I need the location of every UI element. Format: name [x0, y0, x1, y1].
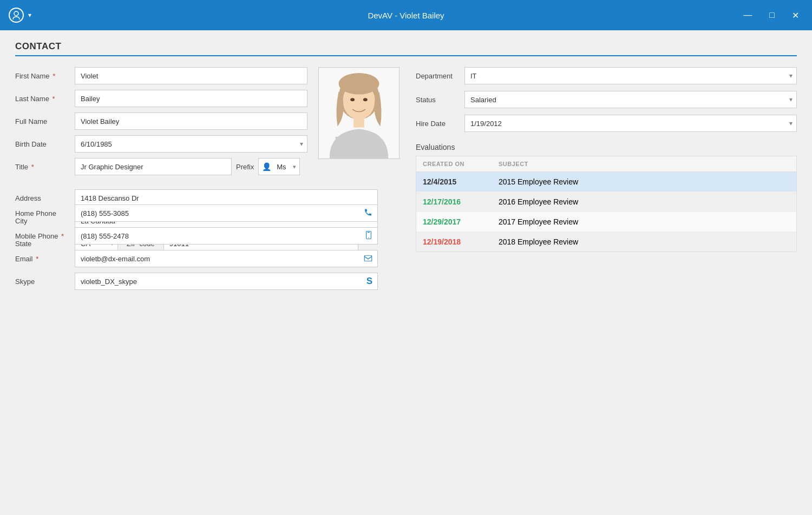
svg-point-0 [14, 11, 18, 16]
mobile-phone-label: Mobile Phone * [15, 232, 75, 240]
eval-table-header: CREATED ON SUBJECT [416, 156, 796, 172]
email-input-wrap [75, 250, 378, 267]
birth-date-row: Birth Date 6/10/1985 [15, 135, 307, 153]
name-photo-row: First Name * Last Name * Full Name [15, 67, 400, 181]
department-select[interactable]: IT HR Finance [464, 67, 797, 84]
home-phone-input[interactable] [75, 204, 378, 222]
birth-date-label: Birth Date [15, 140, 75, 148]
full-name-input[interactable] [75, 113, 307, 130]
eval-date-0: 12/4/2015 [423, 177, 499, 186]
skype-input-wrap: S [75, 273, 378, 290]
window-title: DevAV - Violet Bailey [368, 11, 444, 20]
evaluations-table: CREATED ON SUBJECT 12/4/2015 2015 Employ… [416, 156, 797, 252]
evaluations-section: Evaluations CREATED ON SUBJECT 12/4/2015… [416, 143, 797, 252]
svg-point-5 [339, 73, 379, 94]
hire-date-select-wrap: 1/19/2012 [464, 115, 797, 132]
address-section: Address City State CA NY [15, 189, 400, 197]
right-section: Department IT HR Finance Status Salaried… [416, 67, 797, 295]
person-icon: 👤 [259, 162, 274, 171]
mobile-phone-input[interactable] [75, 227, 378, 245]
eval-subject-0: 2015 Employee Review [499, 177, 790, 186]
eval-date-2: 12/29/2017 [423, 217, 499, 226]
department-row: Department IT HR Finance [416, 67, 797, 84]
name-fields: First Name * Last Name * Full Name [15, 67, 307, 181]
home-phone-input-wrap [75, 204, 378, 222]
eval-row-0[interactable]: 12/4/2015 2015 Employee Review [416, 172, 796, 192]
eval-subject-2: 2017 Employee Review [499, 217, 790, 226]
title-row: Title * Prefix 👤 Ms Mr Dr [15, 158, 307, 175]
skype-label: Skype [15, 278, 75, 286]
close-button[interactable]: ✕ [788, 8, 803, 23]
title-label: Title * [15, 163, 75, 171]
first-name-row: First Name * [15, 67, 307, 84]
minimize-button[interactable]: — [739, 8, 756, 23]
left-section: First Name * Last Name * Full Name [15, 67, 400, 295]
birth-date-select[interactable]: 6/10/1985 [75, 135, 307, 153]
form-area: First Name * Last Name * Full Name [15, 67, 797, 295]
email-label: Email * [15, 255, 75, 263]
evaluations-title: Evaluations [416, 143, 797, 151]
svg-point-6 [350, 98, 355, 101]
status-label: Status [416, 96, 464, 104]
eval-row-3[interactable]: 12/19/2018 2018 Employee Review [416, 232, 796, 252]
hire-date-label: Hire Date [416, 120, 464, 128]
last-name-input[interactable] [75, 90, 307, 107]
window-controls: — □ ✕ [739, 8, 803, 23]
home-phone-label: Home Phone [15, 209, 75, 217]
skype-row: Skype S [15, 273, 400, 290]
maximize-button[interactable]: □ [765, 8, 779, 23]
svg-point-7 [363, 98, 368, 101]
eval-row-1[interactable]: 12/17/2016 2016 Employee Review [416, 192, 796, 212]
city-label: City [15, 217, 75, 225]
title-input[interactable] [75, 158, 232, 175]
eval-date-1: 12/17/2016 [423, 197, 499, 206]
mobile-phone-input-wrap [75, 227, 378, 245]
status-select-wrap: Salaried Hourly Contract [464, 91, 797, 108]
state-label: State [15, 240, 75, 248]
eval-date-3: 12/19/2018 [423, 237, 499, 246]
hire-date-select[interactable]: 1/19/2012 [464, 115, 797, 132]
first-name-label: First Name * [15, 72, 75, 80]
department-select-wrap: IT HR Finance [464, 67, 797, 84]
eval-header-date: CREATED ON [423, 161, 499, 167]
main-content: CONTACT First Name * Las [0, 30, 812, 515]
title-bar: ▾ DevAV - Violet Bailey — □ ✕ [0, 0, 812, 30]
hire-date-row: Hire Date 1/19/2012 [416, 115, 797, 132]
first-name-input[interactable] [75, 67, 307, 84]
title-prefix-row: Prefix 👤 Ms Mr Dr ▾ [75, 158, 300, 175]
status-row: Status Salaried Hourly Contract [416, 91, 797, 108]
eval-row-2[interactable]: 12/29/2017 2017 Employee Review [416, 212, 796, 232]
svg-rect-4 [353, 117, 364, 128]
email-row: Email * [15, 250, 400, 267]
skype-input[interactable] [75, 273, 378, 290]
last-name-row: Last Name * [15, 90, 307, 107]
eval-header-subject: SUBJECT [499, 161, 790, 167]
title-bar-left: ▾ [9, 8, 31, 23]
last-name-label: Last Name * [15, 95, 75, 103]
email-input[interactable] [75, 250, 378, 267]
prefix-label: Prefix [236, 163, 254, 171]
address-label: Address [15, 194, 75, 202]
section-title: CONTACT [15, 41, 797, 56]
app-menu-dropdown[interactable]: ▾ [28, 11, 31, 19]
department-label: Department [416, 72, 464, 80]
prefix-select[interactable]: Ms Mr Dr [274, 159, 299, 175]
birth-date-select-wrap: 6/10/1985 [75, 135, 307, 153]
full-name-label: Full Name [15, 117, 75, 126]
prefix-select-wrap: 👤 Ms Mr Dr ▾ [258, 158, 300, 175]
app-logo[interactable] [9, 8, 24, 23]
full-name-row: Full Name [15, 113, 307, 130]
eval-subject-1: 2016 Employee Review [499, 197, 790, 206]
eval-subject-3: 2018 Employee Review [499, 237, 790, 246]
photo-svg [319, 67, 399, 159]
status-select[interactable]: Salaried Hourly Contract [464, 91, 797, 108]
contact-photo [318, 67, 400, 159]
